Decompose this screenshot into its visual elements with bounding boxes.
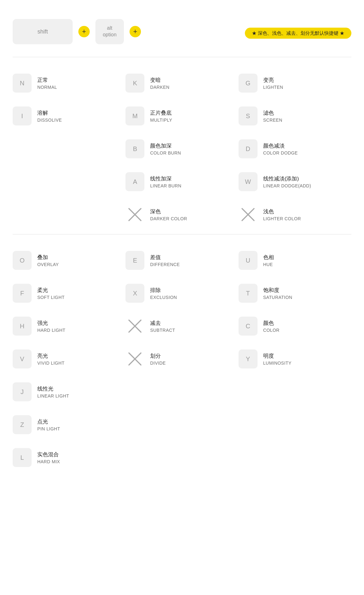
empty-placeholder xyxy=(13,205,32,224)
key-label: Y xyxy=(239,349,258,368)
x-icon xyxy=(125,205,144,224)
blend-text: 柔光SOFT LIGHT xyxy=(37,287,64,300)
blend-name-en: SATURATION xyxy=(263,295,292,300)
blend-name-en: EXCLUSION xyxy=(150,295,177,300)
blend-item: E差值DIFFERENCE xyxy=(125,244,238,277)
blend-name-en: COLOR xyxy=(263,328,280,333)
blend-item: Z点光PIN LIGHT xyxy=(13,408,125,441)
blend-text: 亮光VIVID LIGHT xyxy=(37,352,64,366)
blend-name-en: LUMINOSITY xyxy=(263,361,292,366)
blend-name-en: MULTIPLY xyxy=(150,118,172,123)
empty-placeholder xyxy=(125,382,144,401)
shift-key: shift xyxy=(13,19,73,44)
blend-text: 减去SUBTRACT xyxy=(150,319,175,333)
key-label: V xyxy=(13,349,32,368)
key-label: G xyxy=(239,74,258,93)
blend-text: 浅色LIGHTER COLOR xyxy=(263,208,301,221)
alt-option-key: altoption xyxy=(95,19,124,44)
blend-text: 强光HARD LIGHT xyxy=(37,319,65,333)
blend-name-en: COLOR BURN xyxy=(150,150,181,155)
blend-name-zh: 明度 xyxy=(263,352,292,360)
blend-name-en: VIVID LIGHT xyxy=(37,361,64,366)
blend-text: 差值DIFFERENCE xyxy=(150,254,180,267)
key-label: M xyxy=(125,106,144,125)
blend-item: K变暗DARKEN xyxy=(125,67,238,100)
key-label: B xyxy=(125,139,144,158)
key-label: C xyxy=(239,317,258,336)
blend-name-zh: 亮光 xyxy=(37,352,64,360)
key-label: F xyxy=(13,284,32,303)
blend-name-zh: 叠加 xyxy=(37,254,59,261)
empty-placeholder xyxy=(125,448,144,467)
blend-item: X排除EXCLUSION xyxy=(125,277,238,310)
blend-text: 深色DARKER COLOR xyxy=(150,208,187,221)
blend-item: J线性光LINEAR LIGHT xyxy=(13,375,125,408)
blend-name-zh: 颜色加深 xyxy=(150,142,181,149)
blend-name-zh: 线性加深 xyxy=(150,175,181,182)
blend-item xyxy=(125,375,238,408)
x-icon xyxy=(125,349,144,368)
blend-text: 线性加深LINEAR BURN xyxy=(150,175,181,188)
blend-name-zh: 减去 xyxy=(150,319,175,327)
blend-name-zh: 颜色 xyxy=(263,319,280,327)
blend-name-zh: 点光 xyxy=(37,418,60,425)
blend-item: I溶解DISSOLIVE xyxy=(13,100,125,132)
blend-item: 浅色LIGHTER COLOR xyxy=(239,198,351,231)
blend-item: O叠加OVERLAY xyxy=(13,244,125,277)
blend-name-zh: 浅色 xyxy=(263,208,301,215)
key-label: T xyxy=(239,284,258,303)
blend-name-en: DIFFERENCE xyxy=(150,262,180,267)
key-label: D xyxy=(239,139,258,158)
blend-item: 减去SUBTRACT xyxy=(125,310,238,343)
blend-name-zh: 差值 xyxy=(150,254,180,261)
blend-text: 正常NORMAL xyxy=(37,76,57,90)
key-label: U xyxy=(239,251,258,270)
blend-name-en: HUE xyxy=(263,262,274,267)
blend-name-en: SOFT LIGHT xyxy=(37,295,64,300)
blend-item: C颜色COLOR xyxy=(239,310,351,343)
blend-item xyxy=(125,441,238,474)
blend-text: 点光PIN LIGHT xyxy=(37,418,60,431)
blend-name-zh: 线性减淡(添加) xyxy=(263,175,311,182)
blend-name-en: DARKEN xyxy=(150,85,169,90)
blend-name-en: LIGHTER COLOR xyxy=(263,216,301,221)
blend-name-zh: 色相 xyxy=(263,254,274,261)
section2-grid: O叠加OVERLAYE差值DIFFERENCEU色相HUEF柔光SOFT LIG… xyxy=(13,244,351,474)
blend-name-zh: 线性光 xyxy=(37,385,69,392)
key-label: N xyxy=(13,74,32,93)
blend-text: 变暗DARKEN xyxy=(150,76,169,90)
key-label: E xyxy=(125,251,144,270)
blend-name-zh: 正片叠底 xyxy=(150,109,172,117)
blend-text: 排除EXCLUSION xyxy=(150,287,177,300)
blend-item: T饱和度SATURATION xyxy=(239,277,351,310)
blend-item: B颜色加深COLOR BURN xyxy=(125,132,238,165)
key-label: Z xyxy=(13,415,32,434)
key-label: K xyxy=(125,74,144,93)
section-2: O叠加OVERLAYE差值DIFFERENCEU色相HUEF柔光SOFT LIG… xyxy=(13,244,351,474)
blend-name-en: COLOR DODGE xyxy=(263,150,298,155)
blend-item: F柔光SOFT LIGHT xyxy=(13,277,125,310)
blend-name-en: LINEAR LIGHT xyxy=(37,393,69,398)
blend-item: H强光HARD LIGHT xyxy=(13,310,125,343)
blend-item: M正片叠底MULTIPLY xyxy=(125,100,238,132)
empty-placeholder xyxy=(13,139,32,158)
blend-item: A线性加深LINEAR BURN xyxy=(125,165,238,198)
blend-item xyxy=(239,408,351,441)
blend-item: 深色DARKER COLOR xyxy=(125,198,238,231)
alt-option-text: altoption xyxy=(103,25,117,38)
blend-item: N正常NORMAL xyxy=(13,67,125,100)
blend-name-en: LINEAR BURN xyxy=(150,183,181,188)
blend-item: G变亮LIGHTEN xyxy=(239,67,351,100)
blend-text: 正片叠底MULTIPLY xyxy=(150,109,172,123)
blend-item xyxy=(239,375,351,408)
blend-name-en: LINEAR DODGE(ADD) xyxy=(263,183,311,188)
blend-name-en: HARD MIX xyxy=(37,459,60,464)
key-label: I xyxy=(13,106,32,125)
blend-text: 实色混合HARD MIX xyxy=(37,451,60,464)
key-label: L xyxy=(13,448,32,467)
blend-item xyxy=(125,408,238,441)
blend-text: 饱和度SATURATION xyxy=(263,287,292,300)
blend-item xyxy=(13,198,125,231)
empty-placeholder xyxy=(239,448,258,467)
blend-name-zh: 强光 xyxy=(37,319,65,327)
